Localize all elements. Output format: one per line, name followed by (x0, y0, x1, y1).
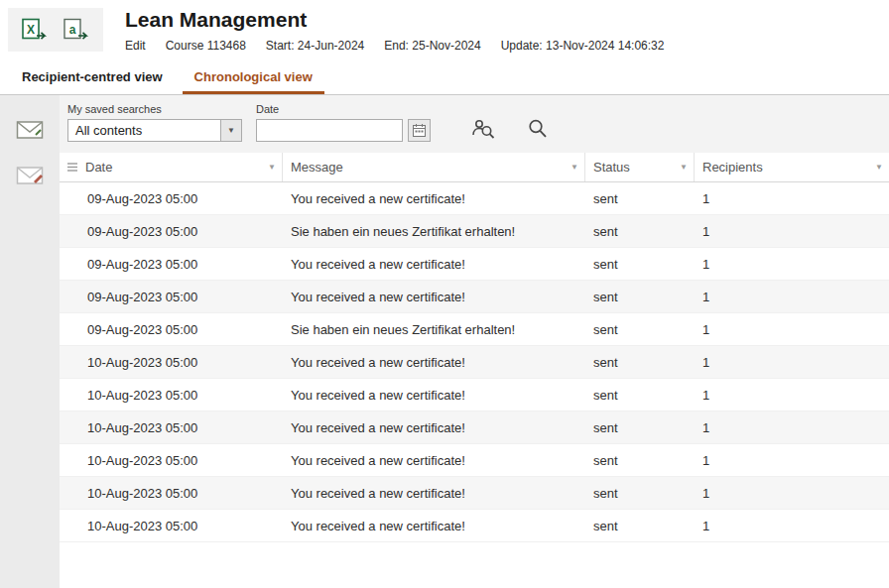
cell-status: sent (585, 322, 695, 337)
table-row[interactable]: 09-Aug-2023 05:00 Sie haben ein neues Ze… (60, 313, 889, 346)
cell-recipients: 1 (695, 224, 889, 239)
export-report-button[interactable]: a (64, 18, 89, 42)
cell-recipients: 1 (695, 355, 889, 370)
cell-message: You received a new certificate! (283, 290, 585, 304)
title-block: Lean Management Edit Course 113468 Start… (125, 8, 664, 53)
cell-status: sent (585, 290, 695, 304)
table-row[interactable]: 09-Aug-2023 05:00 You received a new cer… (60, 182, 889, 215)
cell-status: sent (585, 388, 695, 403)
cell-recipients: 1 (695, 257, 889, 272)
column-label-status: Status (593, 160, 674, 175)
calendar-icon (413, 124, 426, 137)
saved-searches-select[interactable]: All contents ▼ (67, 119, 242, 142)
cell-status: sent (585, 453, 695, 468)
page-title: Lean Management (125, 8, 664, 32)
cell-date: 09-Aug-2023 05:00 (60, 290, 283, 304)
tab-chronological-view[interactable]: Chronological view (183, 61, 324, 94)
table-row[interactable]: 09-Aug-2023 05:00 You received a new cer… (60, 281, 889, 313)
cell-status: sent (585, 224, 695, 239)
table-row[interactable]: 10-Aug-2023 05:00 You received a new cer… (60, 477, 889, 510)
search-button[interactable] (526, 117, 550, 141)
calendar-button[interactable] (408, 119, 431, 142)
cell-recipients: 1 (695, 388, 889, 403)
filter-bar: My saved searches All contents ▼ Date (60, 95, 889, 153)
app-header: X a Lean Management Edit Course 113468 S… (0, 0, 889, 61)
cell-recipients: 1 (695, 290, 889, 304)
column-filter-recipients-button[interactable]: ▼ (869, 163, 889, 172)
cell-date: 10-Aug-2023 05:00 (60, 388, 283, 403)
cell-recipients: 1 (695, 453, 889, 468)
cell-message: You received a new certificate! (283, 355, 585, 370)
cell-date: 10-Aug-2023 05:00 (60, 486, 283, 501)
export-excel-button[interactable]: X (22, 18, 48, 42)
column-header-date: Date ▼ (60, 153, 283, 181)
table-body: 09-Aug-2023 05:00 You received a new cer… (60, 182, 889, 542)
date-filter-controls (256, 119, 431, 142)
search-recipients-button[interactable] (470, 117, 496, 141)
date-input[interactable] (256, 119, 403, 142)
course-update-timestamp: Update: 13-Nov-2024 14:06:32 (501, 39, 665, 53)
column-label-recipients: Recipients (702, 160, 869, 175)
search-buttons (470, 117, 550, 142)
cell-message: Sie haben ein neues Zertifikat erhalten! (283, 224, 585, 239)
search-icon (526, 117, 550, 141)
course-number: Course 113468 (166, 39, 246, 53)
cell-date: 10-Aug-2023 05:00 (60, 519, 283, 533)
cell-date: 10-Aug-2023 05:00 (60, 420, 283, 435)
cell-date: 09-Aug-2023 05:00 (60, 224, 283, 239)
cell-status: sent (585, 486, 695, 501)
table-row[interactable]: 10-Aug-2023 05:00 You received a new cer… (60, 379, 889, 412)
cell-date: 09-Aug-2023 05:00 (60, 322, 283, 337)
cell-date: 09-Aug-2023 05:00 (60, 257, 283, 272)
cell-recipients: 1 (695, 519, 889, 533)
cell-message: You received a new certificate! (283, 388, 585, 403)
column-header-status: Status ▼ (585, 153, 695, 181)
cell-status: sent (585, 191, 695, 206)
cell-recipients: 1 (695, 486, 889, 501)
course-meta-row: Edit Course 113468 Start: 24-Jun-2024 En… (125, 39, 664, 53)
tab-bar: Recipient-centred view Chronological vie… (0, 61, 889, 95)
column-label-message: Message (291, 160, 565, 175)
column-filter-message-button[interactable]: ▼ (565, 163, 584, 172)
table-row[interactable]: 10-Aug-2023 05:00 You received a new cer… (60, 412, 889, 444)
date-filter-label: Date (256, 103, 431, 115)
table-row[interactable]: 10-Aug-2023 05:00 You received a new cer… (60, 346, 889, 379)
saved-searches-label: My saved searches (67, 103, 242, 115)
table-row[interactable]: 10-Aug-2023 05:00 You received a new cer… (60, 510, 889, 542)
sidebar-mail-edit-button[interactable] (16, 165, 44, 186)
content-area: My saved searches All contents ▼ Date (60, 95, 889, 588)
cell-recipients: 1 (695, 322, 889, 337)
saved-searches-group: My saved searches All contents ▼ (67, 103, 242, 142)
report-export-icon: a (64, 18, 89, 42)
chevron-down-icon: ▼ (220, 120, 241, 141)
tab-recipient-centred-view[interactable]: Recipient-centred view (10, 61, 175, 94)
sidebar-mail-button[interactable] (16, 119, 44, 141)
edit-link[interactable]: Edit (125, 39, 146, 53)
table-header: Date ▼ Message ▼ Status ▼ Recipients ▼ (60, 153, 889, 182)
cell-status: sent (585, 355, 695, 370)
svg-text:X: X (27, 23, 35, 37)
main-area: My saved searches All contents ▼ Date (0, 95, 889, 588)
grip-icon[interactable] (67, 163, 77, 172)
person-search-icon (470, 117, 496, 141)
cell-date: 10-Aug-2023 05:00 (60, 453, 283, 468)
cell-status: sent (585, 257, 695, 272)
export-toolbar: X a (8, 8, 103, 52)
table-row[interactable]: 10-Aug-2023 05:00 You received a new cer… (60, 444, 889, 477)
saved-searches-value: All contents (68, 123, 220, 138)
cell-message: Sie haben ein neues Zertifikat erhalten! (283, 322, 585, 337)
column-header-message: Message ▼ (283, 153, 585, 181)
table-row[interactable]: 09-Aug-2023 05:00 You received a new cer… (60, 248, 889, 281)
svg-text:a: a (69, 23, 76, 37)
table-row[interactable]: 09-Aug-2023 05:00 Sie haben ein neues Ze… (60, 215, 889, 248)
cell-message: You received a new certificate! (283, 486, 585, 501)
cell-message: You received a new certificate! (283, 191, 585, 206)
course-start-date: Start: 24-Jun-2024 (266, 39, 364, 53)
cell-message: You received a new certificate! (283, 257, 585, 272)
envelope-edit-icon (16, 165, 44, 186)
column-filter-status-button[interactable]: ▼ (674, 163, 694, 172)
cell-date: 09-Aug-2023 05:00 (60, 191, 283, 206)
column-filter-date-button[interactable]: ▼ (262, 163, 282, 172)
cell-message: You received a new certificate! (283, 519, 585, 533)
cell-date: 10-Aug-2023 05:00 (60, 355, 283, 370)
